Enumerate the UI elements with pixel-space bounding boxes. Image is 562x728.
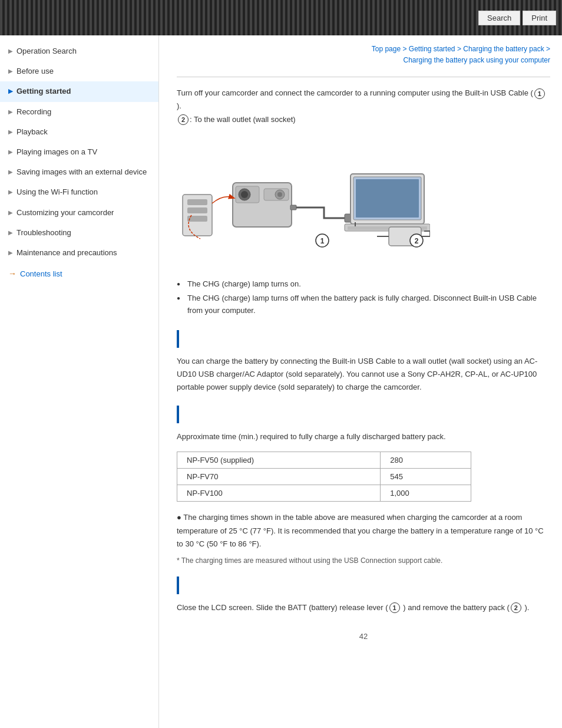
- arrow-icon: ▶: [8, 148, 13, 156]
- footnote2: * The charging times are measured withou…: [177, 556, 550, 565]
- sidebar-item-operation-search[interactable]: ▶ Operation Search: [0, 41, 158, 61]
- contents-list-link[interactable]: → Contents list: [0, 263, 158, 284]
- table-cell-model: NP-FV100: [177, 485, 381, 502]
- arrow-icon: ▶: [8, 188, 13, 196]
- intro-text2: ).: [177, 101, 181, 110]
- sidebar-label: Using the Wi-Fi function: [16, 187, 98, 197]
- sidebar-item-troubleshooting[interactable]: ▶ Troubleshooting: [0, 223, 158, 243]
- header-buttons: Search Print: [478, 11, 556, 25]
- connection-diagram: 1 2: [177, 136, 430, 265]
- arrow-icon: ▶: [8, 249, 13, 257]
- bullet-list: The CHG (charge) lamp turns on. The CHG …: [177, 277, 550, 318]
- sidebar-item-playing-images[interactable]: ▶ Playing images on a TV: [0, 142, 158, 162]
- intro-paragraph: Turn off your camcorder and connect the …: [177, 87, 550, 126]
- arrow-icon: ▶: [8, 47, 13, 55]
- table-cell-time: 280: [381, 452, 471, 469]
- arrow-icon: ▶: [8, 87, 13, 95]
- remove-section-bar: [177, 577, 550, 594]
- page-number: 42: [177, 632, 550, 641]
- note-section: [177, 330, 550, 348]
- sidebar-item-before-use[interactable]: ▶ Before use: [0, 61, 158, 81]
- svg-text:1: 1: [320, 237, 325, 245]
- remove-text-post: ).: [523, 603, 530, 612]
- arrow-icon: ▶: [8, 209, 13, 217]
- sidebar-item-customizing[interactable]: ▶ Customizing your camcorder: [0, 203, 158, 223]
- sidebar-item-playback[interactable]: ▶ Playback: [0, 122, 158, 142]
- sidebar-label: Recording: [16, 107, 51, 117]
- breadcrumb-top[interactable]: Top page: [372, 45, 401, 53]
- charge-time-section: [177, 406, 550, 423]
- remove-circle-2: 2: [511, 602, 521, 613]
- sidebar-item-recording[interactable]: ▶ Recording: [0, 102, 158, 122]
- sidebar-label: Customizing your camcorder: [16, 207, 114, 218]
- svg-point-10: [241, 191, 248, 198]
- arrow-icon: ▶: [8, 128, 13, 136]
- svg-point-8: [277, 192, 282, 197]
- svg-rect-15: [356, 179, 419, 218]
- diagram-area: 1 2: [177, 136, 550, 265]
- arrow-right-icon: →: [8, 269, 16, 278]
- sidebar-label: Troubleshooting: [16, 228, 71, 238]
- table-row: NP-FV70 545: [177, 469, 471, 485]
- sidebar-label: Maintenance and precautions: [16, 248, 117, 258]
- svg-rect-11: [290, 205, 296, 210]
- sidebar-item-maintenance[interactable]: ▶ Maintenance and precautions: [0, 243, 158, 263]
- sidebar-label: Playing images on a TV: [16, 147, 97, 157]
- sidebar-label: Before use: [16, 66, 54, 77]
- table-cell-time: 1,000: [381, 485, 471, 502]
- svg-rect-2: [187, 207, 207, 213]
- sidebar-label: Getting started: [16, 86, 71, 97]
- search-button[interactable]: Search: [478, 11, 520, 25]
- breadcrumb: Top page > Getting started > Charging th…: [177, 35, 550, 72]
- charge-table: NP-FV50 (supplied) 280 NP-FV70 545 NP-FV…: [177, 452, 471, 502]
- sidebar: ▶ Operation Search ▶ Before use ▶ Gettin…: [0, 35, 159, 728]
- table-row: NP-FV100 1,000: [177, 485, 471, 502]
- table-cell-time: 545: [381, 469, 471, 485]
- contents-list-label: Contents list: [20, 269, 62, 278]
- sidebar-label: Saving images with an external device: [16, 167, 147, 177]
- circle-1: 1: [534, 88, 545, 99]
- bullet-item-2: The CHG (charge) lamp turns off when the…: [177, 291, 550, 318]
- remove-text: Close the LCD screen. Slide the BATT (ba…: [177, 601, 550, 614]
- footnote1: ● The charging times shown in the table …: [177, 511, 550, 550]
- intro-text: Turn off your camcorder and connect the …: [177, 88, 533, 97]
- sidebar-item-wifi[interactable]: ▶ Using the Wi-Fi function: [0, 182, 158, 202]
- sidebar-item-saving-images[interactable]: ▶ Saving images with an external device: [0, 162, 158, 182]
- divider: [177, 77, 550, 77]
- sidebar-label: Operation Search: [16, 46, 77, 57]
- print-button[interactable]: Print: [523, 11, 556, 25]
- remove-circle-1: 1: [389, 602, 400, 613]
- note-text: You can charge the battery by connecting…: [177, 355, 550, 394]
- table-cell-model: NP-FV70: [177, 469, 381, 485]
- arrow-icon: ▶: [8, 108, 13, 116]
- sidebar-label: Playback: [16, 127, 48, 137]
- table-cell-model: NP-FV50 (supplied): [177, 452, 381, 469]
- main-content: Top page > Getting started > Charging th…: [159, 35, 562, 728]
- arrow-icon: ▶: [8, 67, 13, 75]
- page-header: Search Print: [0, 0, 562, 35]
- breadcrumb-charging[interactable]: Charging the battery pack: [463, 45, 544, 53]
- svg-text:2: 2: [415, 237, 419, 245]
- table-row: NP-FV50 (supplied) 280: [177, 452, 471, 469]
- bullet-item-1: The CHG (charge) lamp turns on.: [177, 277, 550, 292]
- main-layout: ▶ Operation Search ▶ Before use ▶ Gettin…: [0, 35, 562, 728]
- arrow-icon: ▶: [8, 229, 13, 237]
- circle-2-inline: 2: [178, 114, 189, 125]
- svg-rect-1: [187, 199, 207, 205]
- remove-text-pre: Close the LCD screen. Slide the BATT (ba…: [177, 603, 388, 612]
- breadcrumb-getting-started[interactable]: Getting started: [409, 45, 455, 53]
- wall-note: : To the wall outlet (wall socket): [190, 115, 296, 124]
- charge-time-intro: Approximate time (min.) required to full…: [177, 430, 550, 443]
- remove-text-mid: ) and remove the battery pack (: [401, 603, 510, 612]
- sidebar-item-getting-started[interactable]: ▶ Getting started: [0, 81, 158, 101]
- arrow-icon: ▶: [8, 168, 13, 176]
- breadcrumb-charging-computer[interactable]: Charging the battery pack using your com…: [404, 56, 550, 64]
